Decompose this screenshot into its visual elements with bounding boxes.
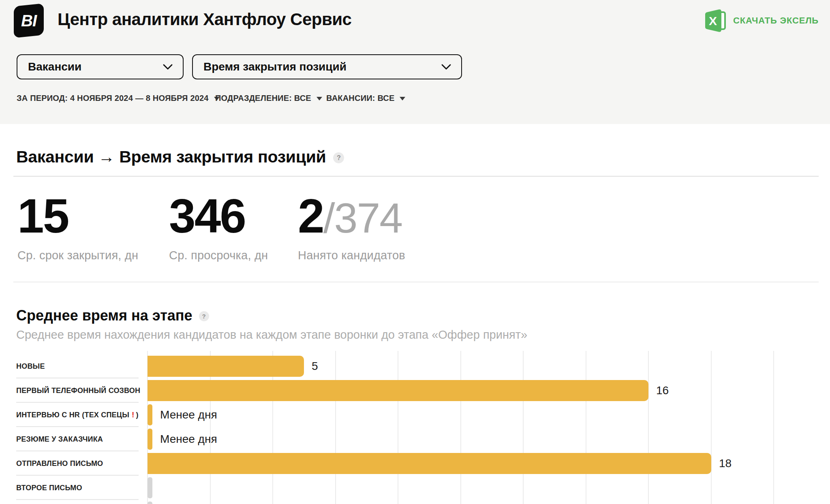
gridline: [648, 351, 649, 504]
report-select-value: Время закрытия позиций: [203, 60, 347, 73]
stat-avg-overdue: 346 Ср. просрочка, дн: [169, 192, 268, 262]
row-separator: [16, 475, 139, 476]
row-separator: [16, 499, 139, 500]
stage-label: ВТОРОЕ ПИСЬМО: [16, 477, 144, 498]
stage-label-text: ИНТЕРВЬЮ С HR (ТЕХ СПЕЦЫ: [16, 411, 129, 419]
divider: [13, 176, 819, 177]
filter-period-label: ЗА ПЕРИОД: 4 НОЯБРЯ 2024 — 8 НОЯБРЯ 2024: [17, 94, 209, 103]
bar-value-label: 18: [719, 453, 732, 474]
category-select[interactable]: Вакансии: [17, 54, 184, 79]
chevron-down-icon: [163, 64, 173, 70]
stage-bar: [148, 356, 304, 377]
stage-label: ОТПРАВЛЕНО ПИСЬМО: [16, 453, 144, 474]
chart-title: Среднее время на этапе: [16, 307, 193, 324]
triangle-down-icon: [400, 97, 405, 100]
stat-value-total: /374: [323, 194, 402, 241]
chart-title-row: Среднее время на этапе ?: [16, 307, 209, 324]
bar-value-label: Менее дня: [160, 404, 217, 425]
stage-bar: [148, 380, 648, 401]
gridline: [398, 351, 398, 504]
stat-value-main: 2: [298, 189, 323, 243]
stage-bar: [148, 429, 152, 450]
gridline: [773, 351, 774, 504]
row-separator: [16, 426, 139, 427]
bi-logo-icon: BI: [14, 3, 44, 38]
gridline: [586, 351, 586, 504]
report-select[interactable]: Время закрытия позиций: [192, 54, 462, 79]
stat-value: 2/374: [298, 192, 405, 240]
stage-label: [16, 502, 144, 504]
stat-label: Ср. срок закрытия, дн: [17, 249, 138, 262]
chevron-down-icon: [441, 64, 451, 70]
row-separator: [16, 451, 139, 451]
gridline: [711, 351, 712, 504]
stat-label: Нанято кандидатов: [298, 249, 405, 262]
download-excel-label: СКАЧАТЬ ЭКСЕЛЬ: [733, 15, 819, 26]
alert-exclamation-icon: !: [132, 410, 135, 419]
stat-value-main: 346: [169, 189, 245, 243]
stat-avg-closing-time: 15 Ср. срок закрытия, дн: [17, 192, 138, 262]
stage-label-text: РЕЗЮМЕ У ЗАКАЗЧИКА: [16, 435, 103, 444]
chart-subtitle: Среднее время нахождения кандидатов на к…: [16, 328, 527, 342]
bar-value-label: Менее дня: [160, 429, 217, 450]
download-excel-button[interactable]: X СКАЧАТЬ ЭКСЕЛЬ: [704, 8, 819, 33]
stage-label: ПЕРВЫЙ ТЕЛЕФОННЫЙ СОЗВОН: [16, 380, 144, 401]
triangle-down-icon: [317, 97, 322, 100]
stage-bar: [148, 404, 152, 425]
row-separator: [16, 402, 139, 403]
bar-value-label: 5: [312, 356, 318, 377]
stat-label: Ср. просрочка, дн: [169, 249, 268, 262]
gridline: [523, 351, 524, 504]
row-separator: [16, 378, 139, 378]
stat-hired-candidates: 2/374 Нанято кандидатов: [298, 192, 405, 262]
stage-label-text: НОВЫЕ: [16, 362, 45, 371]
excel-icon: X: [704, 9, 727, 33]
bar-value-label: 16: [656, 380, 669, 401]
stat-value-main: 15: [17, 189, 68, 243]
report-title: Вакансии → Время закрытия позиций: [16, 147, 326, 167]
stage-label-text: ПЕРВЫЙ ТЕЛЕФОННЫЙ СОЗВОН: [16, 387, 140, 395]
category-select-value: Вакансии: [28, 60, 81, 73]
help-icon[interactable]: ?: [199, 311, 209, 321]
gridline: [460, 351, 461, 504]
bi-logo-text: BI: [21, 12, 36, 30]
app-title: Центр аналитики Хантфлоу Сервис: [58, 10, 351, 29]
stage-label-text: ): [136, 411, 139, 419]
help-icon[interactable]: ?: [333, 152, 344, 163]
stage-bar: [148, 453, 711, 474]
gridline: [335, 351, 336, 504]
stage-label: РЕЗЮМЕ У ЗАКАЗЧИКА: [16, 429, 144, 450]
filter-period[interactable]: ЗА ПЕРИОД: 4 НОЯБРЯ 2024 — 8 НОЯБРЯ 2024: [17, 92, 220, 104]
svg-text:X: X: [709, 14, 717, 28]
stage-label: НОВЫЕ: [16, 356, 144, 377]
filter-division[interactable]: ПОДРАЗДЕЛЕНИЕ: ВСЕ: [215, 92, 322, 104]
stage-label-text: ОТПРАВЛЕНО ПИСЬМО: [16, 459, 103, 468]
stage-label: ИНТЕРВЬЮ С HR (ТЕХ СПЕЦЫ!): [16, 404, 144, 425]
stage-label-text: ВТОРОЕ ПИСЬМО: [16, 484, 82, 492]
stage-bar: [148, 502, 152, 504]
filter-division-label: ПОДРАЗДЕЛЕНИЕ: ВСЕ: [215, 94, 311, 103]
filter-vacancies-label: ВАКАНСИИ: ВСЕ: [326, 94, 394, 103]
stage-bar: [148, 477, 152, 498]
divider: [13, 282, 819, 282]
report-title-row: Вакансии → Время закрытия позиций ?: [16, 147, 344, 167]
filter-vacancies[interactable]: ВАКАНСИИ: ВСЕ: [326, 92, 405, 104]
stat-value: 15: [17, 192, 138, 240]
stat-value: 346: [169, 192, 268, 240]
